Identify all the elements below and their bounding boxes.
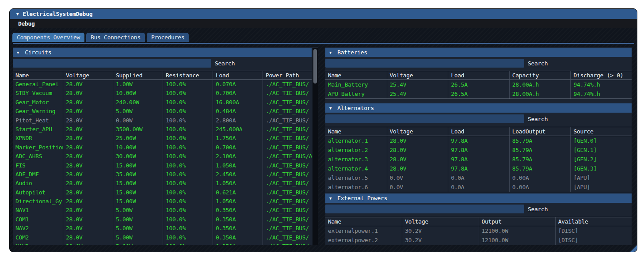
table-cell[interactable]: 100.0% xyxy=(163,107,213,116)
tab-procedures[interactable]: Procedures xyxy=(147,33,189,42)
table-cell[interactable]: 100.0% xyxy=(163,125,213,134)
table-cell[interactable]: 28.0V xyxy=(387,145,448,155)
table-cell[interactable]: 0.0V xyxy=(387,182,448,192)
table-cell[interactable]: ./AC_TIE_BUS/AC xyxy=(263,152,312,161)
table-cell[interactable]: 5.00W xyxy=(113,206,163,215)
table-cell[interactable]: 0.070A xyxy=(213,80,263,89)
table-cell[interactable]: ./AC_TIE_BUS/ xyxy=(263,80,312,89)
table-cell[interactable]: 97.8A xyxy=(448,164,509,173)
table-cell[interactable]: 1.050A xyxy=(213,161,263,170)
column-header[interactable]: Name xyxy=(13,71,63,80)
column-header[interactable]: Load xyxy=(213,71,263,80)
table-cell[interactable]: alternator.6 xyxy=(325,182,387,192)
table-cell[interactable]: 100.0% xyxy=(163,116,213,125)
table-cell[interactable]: 28.0V xyxy=(63,233,113,242)
table-cell[interactable]: 12100.0W xyxy=(479,226,555,235)
table-cell[interactable]: 5.00W xyxy=(113,233,163,242)
column-header[interactable]: LoadOutput xyxy=(509,127,571,136)
table-cell[interactable]: 100.0% xyxy=(163,206,213,215)
table-cell[interactable]: [GEN.1] xyxy=(570,145,632,155)
table-cell[interactable]: Directional_Gyro xyxy=(13,197,63,206)
collapse-arrow-icon[interactable]: ▼ xyxy=(17,50,19,55)
table-cell[interactable]: 1.00W xyxy=(113,80,163,89)
table-cell[interactable]: 100.0% xyxy=(163,188,213,197)
table-cell[interactable]: ./AC_TIE_BUS/ xyxy=(263,125,312,134)
table-cell[interactable]: ./AC_TIE_BUS/ xyxy=(263,242,312,245)
table-cell[interactable]: 28.0V xyxy=(63,107,113,116)
table-cell[interactable]: Autopilot xyxy=(13,188,63,197)
table-cell[interactable]: externalpower.2 xyxy=(325,235,402,245)
column-header[interactable]: Voltage xyxy=(402,217,478,226)
table-cell[interactable]: 0.700A xyxy=(213,143,263,152)
table-cell[interactable]: externalpower.1 xyxy=(325,226,402,235)
table-cell[interactable]: ./AC_TIE_BUS/ xyxy=(263,233,312,242)
table-cell[interactable]: NAV1 xyxy=(13,206,63,215)
table-cell[interactable]: [DISC] xyxy=(555,226,632,235)
table-cell[interactable]: 15.00W xyxy=(113,188,163,197)
table-cell[interactable]: 2.800A xyxy=(213,116,263,125)
table-cell[interactable]: NAV3 xyxy=(13,242,63,245)
external-powers-search-input[interactable] xyxy=(325,205,524,213)
table-cell[interactable]: 30.2V xyxy=(402,235,478,245)
table-cell[interactable]: [GEN.3] xyxy=(570,164,632,173)
table-cell[interactable]: 85.79A xyxy=(509,155,571,164)
table-cell[interactable]: ./AC_TIE_BUS/ xyxy=(263,134,312,143)
table-cell[interactable]: Main_Battery xyxy=(325,80,387,89)
table-cell[interactable]: ./AC_TIE_BUS/ xyxy=(263,197,312,206)
table-cell[interactable]: 100.0% xyxy=(163,98,213,107)
table-cell[interactable]: 26.5A xyxy=(448,89,509,99)
table-cell[interactable]: 28.0V xyxy=(387,164,448,173)
table-cell[interactable]: 100.0% xyxy=(163,134,213,143)
table-cell[interactable]: XPNDR xyxy=(13,134,63,143)
column-header[interactable]: Discharge (> 0) xyxy=(570,71,632,80)
table-cell[interactable]: 100.0% xyxy=(163,197,213,206)
table-cell[interactable]: alternator.5 xyxy=(325,173,387,182)
table-cell[interactable]: ./AC_TIE_BUS/ xyxy=(263,179,312,188)
table-cell[interactable]: 97.8A xyxy=(448,155,509,164)
table-cell[interactable]: 10.00W xyxy=(113,143,163,152)
table-cell[interactable]: 28.0V xyxy=(63,188,113,197)
column-header[interactable]: Capacity xyxy=(509,71,571,80)
table-cell[interactable]: 0.621A xyxy=(213,188,263,197)
menu-item-debug[interactable]: Debug xyxy=(18,20,35,27)
alternators-search-input[interactable] xyxy=(325,114,524,123)
table-cell[interactable]: 28.0V xyxy=(63,143,113,152)
table-cell[interactable]: 100.0% xyxy=(163,143,213,152)
table-cell[interactable]: 0.700A xyxy=(213,89,263,98)
table-cell[interactable]: 28.00A.h xyxy=(509,80,571,89)
table-cell[interactable]: 35.00W xyxy=(113,170,163,179)
table-cell[interactable]: Marker_Position xyxy=(13,143,63,152)
table-cell[interactable]: 85.79A xyxy=(509,136,571,145)
table-cell[interactable]: Pitot_Heat xyxy=(13,116,63,125)
table-cell[interactable]: [APU] xyxy=(570,173,632,182)
table-cell[interactable]: ./AC_TIE_BUS/ xyxy=(263,143,312,152)
table-cell[interactable]: 25.4V xyxy=(387,89,448,99)
table-cell[interactable]: ./AC_TIE_BUS/ xyxy=(263,170,312,179)
table-cell[interactable]: 28.0V xyxy=(63,224,113,233)
external-powers-collapsing-header[interactable]: ▼ External Powers xyxy=(325,194,632,203)
table-cell[interactable]: alternator.3 xyxy=(325,155,387,164)
table-cell[interactable]: 0.350A xyxy=(213,224,263,233)
table-cell[interactable]: COM1 xyxy=(13,215,63,224)
table-cell[interactable]: ./AC_TIE_BUS/ xyxy=(263,161,312,170)
column-header[interactable]: Voltage xyxy=(63,71,113,80)
table-cell[interactable]: alternator.2 xyxy=(325,145,387,155)
table-cell[interactable]: 240.00W xyxy=(113,98,163,107)
table-cell[interactable]: 97.8A xyxy=(448,136,509,145)
table-cell[interactable]: 0.350A xyxy=(213,242,263,245)
table-cell[interactable]: 100.0% xyxy=(163,224,213,233)
table-cell[interactable]: ./AC_TIE_BUS/ xyxy=(263,215,312,224)
table-cell[interactable]: 15.00W xyxy=(113,161,163,170)
column-header[interactable]: Available xyxy=(555,217,632,226)
table-cell[interactable]: 0.350A xyxy=(213,215,263,224)
table-cell[interactable]: Audio xyxy=(13,179,63,188)
table-cell[interactable]: 0.0V xyxy=(387,173,448,182)
table-cell[interactable]: 0.00W xyxy=(113,116,163,125)
table-cell[interactable]: [DISC] xyxy=(555,235,632,245)
table-cell[interactable]: 5.00W xyxy=(113,107,163,116)
table-cell[interactable]: 100.0% xyxy=(163,242,213,245)
table-cell[interactable]: 0.350A xyxy=(213,206,263,215)
collapse-arrow-icon[interactable]: ▼ xyxy=(329,50,332,55)
table-cell[interactable]: 1.750A xyxy=(213,134,263,143)
table-cell[interactable]: 0.0A xyxy=(448,173,509,182)
